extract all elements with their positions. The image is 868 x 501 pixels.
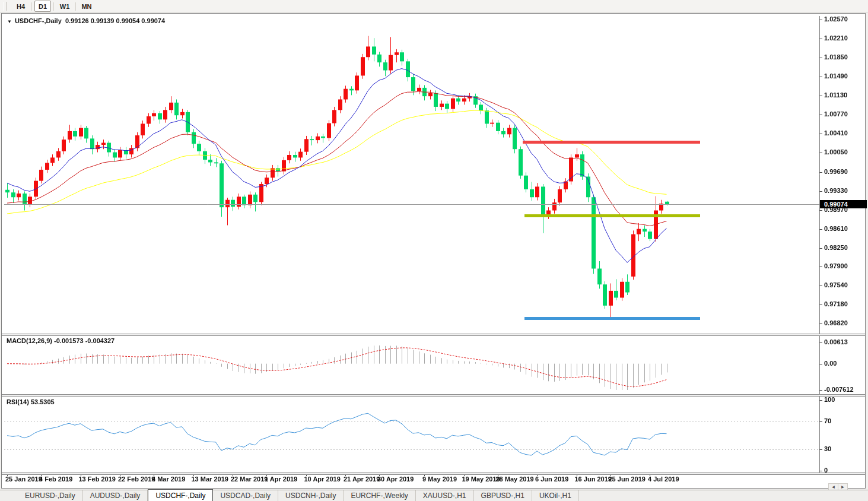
- price-tick-label: 1.02210: [824, 34, 848, 42]
- date-tick-label: 25 Jun 2019: [609, 475, 646, 483]
- date-tick-label: 22 Feb 2019: [118, 475, 155, 483]
- tab-eurusd-daily[interactable]: EURUSD-,Daily: [18, 490, 83, 501]
- price-tick-label: 1.00410: [824, 129, 848, 137]
- panel-splitter-macd[interactable]: [2, 334, 865, 336]
- tab-usdcad-daily[interactable]: USDCAD-,Daily: [213, 490, 278, 501]
- tab-usdchf-daily[interactable]: USDCHF-,Daily: [148, 489, 213, 501]
- date-tick-label: 21 Apr 2019: [344, 475, 380, 483]
- chevron-down-icon[interactable]: ▼: [7, 19, 12, 24]
- price-tick-label: 0.99690: [824, 168, 848, 175]
- date-tick-label: 25 Jan 2019: [5, 475, 42, 483]
- price-tick-label: 1.01850: [824, 53, 848, 61]
- date-tick-label: 4 Mar 2019: [152, 475, 185, 483]
- date-tick-label: 19 May 2019: [462, 475, 500, 483]
- date-tick-label: 28 May 2019: [496, 475, 534, 483]
- rsi-tick-label: 70: [824, 417, 831, 424]
- date-tick-label: 6 Jun 2019: [535, 475, 568, 483]
- rsi-tick-label: 0: [824, 467, 828, 474]
- price-tick-label: 0.96820: [824, 319, 848, 326]
- macd-tick-label: 0.00613: [824, 338, 848, 345]
- tab-gbpusd-h1[interactable]: GBPUSD-,H1: [474, 490, 532, 501]
- rsi-indicator-label: RSI(14) 53.5305: [7, 398, 55, 405]
- tab-usdcnh-daily[interactable]: USDCNH-,Daily: [278, 490, 344, 501]
- date-tick-label: 1 Apr 2019: [265, 475, 297, 483]
- horizontal-scrollbar[interactable]: ◄ ►: [2, 483, 865, 490]
- macd-tick-label: -0.007612: [824, 386, 854, 393]
- price-tick-label: 0.97180: [824, 300, 848, 307]
- symbol-ohlc-values: 0.99126 0.99139 0.99054 0.99074: [65, 17, 165, 24]
- tab-eurchf-weekly[interactable]: EURCHF-,Weekly: [344, 490, 415, 501]
- symbol-tab-bar: EURUSD-,DailyAUDUSD-,DailyUSDCHF-,DailyU…: [0, 490, 868, 501]
- macd-indicator-label: MACD(12,26,9) -0.001573 -0.004327: [7, 337, 115, 344]
- panel-splitter-bottom: [2, 473, 865, 475]
- price-tick-label: 1.00770: [824, 110, 848, 118]
- chart-canvas[interactable]: [0, 0, 868, 501]
- price-tick-label: 1.00050: [824, 148, 848, 156]
- tab-xauusd-h1[interactable]: XAUUSD-,H1: [416, 490, 474, 501]
- date-tick-label: 13 Mar 2019: [192, 475, 228, 483]
- price-tick-label: 0.98250: [824, 244, 848, 251]
- date-tick-label: 10 Apr 2019: [304, 475, 341, 483]
- price-tick-label: 1.01490: [824, 72, 848, 80]
- tab-audusd-daily[interactable]: AUDUSD-,Daily: [83, 490, 148, 501]
- date-tick-label: 9 May 2019: [422, 475, 457, 483]
- price-tick-label: 0.98610: [824, 225, 848, 232]
- date-tick-label: 16 Jun 2019: [575, 475, 612, 483]
- symbol-name: USDCHF-,Daily: [15, 17, 62, 24]
- panel-splitter-rsi[interactable]: [2, 394, 865, 397]
- date-tick-label: 4 Jul 2019: [648, 475, 679, 483]
- chart-symbol-line: ▼USDCHF-,Daily 0.99126 0.99139 0.99054 0…: [7, 17, 165, 24]
- date-tick-label: 4 Feb 2019: [39, 475, 72, 483]
- date-tick-label: 30 Apr 2019: [377, 475, 414, 483]
- price-tick-label: 0.97540: [824, 281, 848, 288]
- price-tick-label: 1.02570: [824, 15, 848, 23]
- date-tick-label: 13 Feb 2019: [79, 475, 116, 483]
- price-tick-label: 1.01130: [824, 91, 847, 99]
- tab-ukoil-h1[interactable]: UKOil-,H1: [532, 490, 579, 501]
- rsi-tick-label: 100: [824, 396, 835, 403]
- macd-tick-label: 0.00: [824, 360, 837, 367]
- price-tick-label: 0.99330: [824, 187, 848, 194]
- price-tick-label: 0.97900: [824, 262, 848, 269]
- rsi-tick-label: 30: [824, 445, 831, 452]
- current-price-label: 0.99074: [820, 200, 867, 208]
- date-tick-label: 22 Mar 2019: [231, 475, 268, 483]
